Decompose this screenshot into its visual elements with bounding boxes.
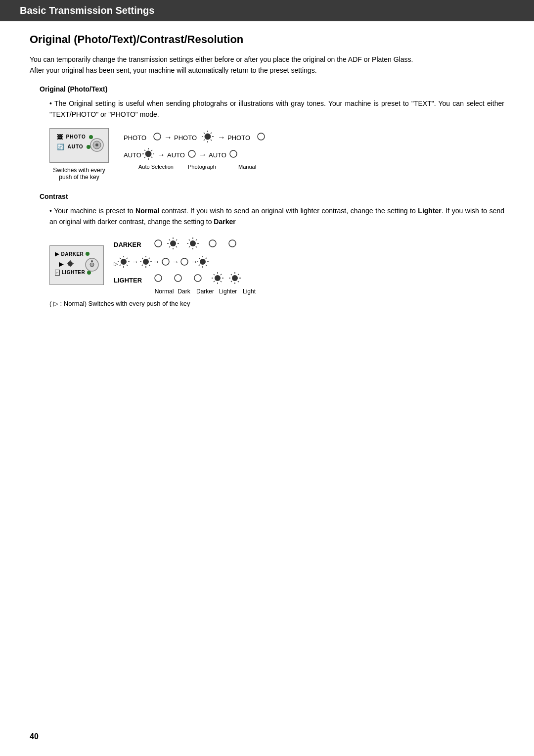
- subsection-title-photo: Original (Photo/Text): [30, 85, 504, 93]
- label-darker: Darker: [194, 288, 217, 295]
- label-normal: Normal: [154, 288, 174, 295]
- contrast-sun1: [67, 260, 74, 267]
- svg-text:PHOTO: PHOTO: [174, 134, 197, 142]
- svg-point-18: [258, 133, 265, 140]
- svg-line-13: [211, 140, 212, 141]
- svg-text:AUTO: AUTO: [124, 151, 141, 159]
- contrast-flow-svg: DARKER: [114, 237, 361, 286]
- svg-text:→: →: [132, 258, 138, 266]
- svg-point-48: [170, 240, 176, 246]
- svg-line-77: [120, 265, 121, 266]
- svg-point-44: [91, 260, 93, 262]
- svg-point-38: [68, 261, 73, 266]
- contrast-flow-area: DARKER: [114, 235, 361, 295]
- svg-line-87: [142, 265, 143, 266]
- header-bar: Basic Transmission Settings: [0, 0, 534, 21]
- auto-panel-icon: 🔄: [57, 143, 65, 150]
- svg-text:→: →: [153, 258, 160, 266]
- svg-line-111: [214, 274, 215, 275]
- svg-text:→: →: [157, 150, 165, 159]
- auto-label: AUTO: [68, 144, 84, 149]
- photo-text-diagram: 🖼 PHOTO 🔄 AUTO: [49, 128, 485, 181]
- svg-text:→: →: [172, 258, 179, 266]
- svg-line-64: [196, 239, 197, 240]
- photo-flow-svg: PHOTO → PHOTO → PHOTO: [124, 130, 331, 170]
- contrast-panel: ▶ DARKER ▶: [49, 245, 104, 285]
- label-dark: Dark: [174, 288, 194, 295]
- svg-point-57: [190, 240, 196, 246]
- svg-line-100: [206, 258, 207, 259]
- svg-text:Auto Selection: Auto Selection: [138, 164, 174, 170]
- svg-line-55: [176, 239, 177, 240]
- svg-line-65: [189, 246, 190, 247]
- svg-point-89: [162, 258, 169, 265]
- subsection-contrast: Contrast Your machine is preset to Norma…: [30, 192, 504, 308]
- svg-point-106: [215, 275, 221, 281]
- svg-line-27: [151, 150, 152, 151]
- svg-line-121: [238, 281, 239, 282]
- svg-line-14: [211, 133, 212, 134]
- subsection-photo-text: Original (Photo/Text) The Original setti…: [30, 85, 504, 181]
- svg-text:→: →: [199, 150, 207, 159]
- svg-line-26: [151, 157, 152, 158]
- svg-text:→: →: [164, 133, 172, 142]
- darker-led: [86, 252, 89, 256]
- svg-point-34: [230, 150, 237, 157]
- svg-text:PHOTO: PHOTO: [227, 134, 250, 142]
- svg-text:DARKER: DARKER: [114, 241, 141, 248]
- svg-line-120: [231, 274, 232, 275]
- svg-line-74: [120, 258, 121, 259]
- switches-caption: Switches with every push of the key: [52, 167, 106, 181]
- key-knob: [89, 138, 104, 152]
- section-title: Original (Photo/Text)/Contrast/Resolutio…: [30, 33, 504, 46]
- svg-point-91: [181, 258, 188, 265]
- svg-point-103: [155, 275, 162, 282]
- contrast-knob: [85, 257, 99, 272]
- contrast-note: ( ▷ : Normal) Switches with every push o…: [49, 300, 485, 307]
- svg-point-47: [155, 240, 162, 247]
- svg-line-62: [189, 239, 190, 240]
- page-number: 40: [30, 732, 39, 741]
- svg-text:→: →: [191, 258, 198, 266]
- contrast-diagram: ▶ DARKER ▶: [49, 235, 485, 295]
- svg-line-113: [221, 274, 222, 275]
- svg-point-104: [175, 275, 181, 282]
- svg-line-84: [142, 258, 143, 259]
- contrast-labels: Normal Dark Darker Lighter Light: [154, 288, 361, 295]
- label-light: Light: [239, 288, 259, 295]
- svg-point-66: [209, 240, 216, 247]
- svg-point-45: [90, 263, 94, 267]
- subsection-title-contrast: Contrast: [30, 192, 504, 200]
- svg-text:Manual: Manual: [238, 164, 256, 170]
- svg-line-63: [196, 246, 197, 247]
- svg-line-25: [144, 150, 145, 151]
- header-title: Basic Transmission Settings: [20, 5, 154, 16]
- intro-para-1: You can temporarily change the transmiss…: [30, 54, 504, 76]
- svg-line-15: [204, 140, 205, 141]
- bullet-photo: The Original setting is useful when send…: [49, 98, 504, 120]
- svg-point-4: [154, 133, 161, 140]
- photo-flow: PHOTO → PHOTO → PHOTO: [124, 128, 331, 171]
- svg-line-86: [149, 258, 150, 259]
- svg-text:Photograph: Photograph: [188, 164, 216, 170]
- svg-line-56: [169, 246, 170, 247]
- svg-line-114: [214, 281, 215, 282]
- svg-point-69: [121, 259, 127, 265]
- photo-label: PHOTO: [66, 134, 86, 140]
- svg-text:AUTO: AUTO: [167, 151, 185, 159]
- svg-line-98: [199, 258, 200, 259]
- svg-point-20: [145, 151, 151, 157]
- svg-line-12: [204, 133, 205, 134]
- svg-text:PHOTO: PHOTO: [124, 134, 146, 142]
- photo-panel-icon: 🖼: [57, 134, 63, 141]
- svg-line-54: [176, 246, 177, 247]
- svg-line-123: [231, 281, 232, 282]
- svg-point-7: [205, 134, 211, 140]
- svg-text:→: →: [218, 133, 225, 142]
- svg-text:AUTO: AUTO: [209, 151, 226, 159]
- svg-line-75: [127, 265, 128, 266]
- svg-line-85: [149, 265, 150, 266]
- svg-point-2: [95, 143, 98, 146]
- svg-point-31: [188, 150, 195, 157]
- svg-line-101: [199, 265, 200, 266]
